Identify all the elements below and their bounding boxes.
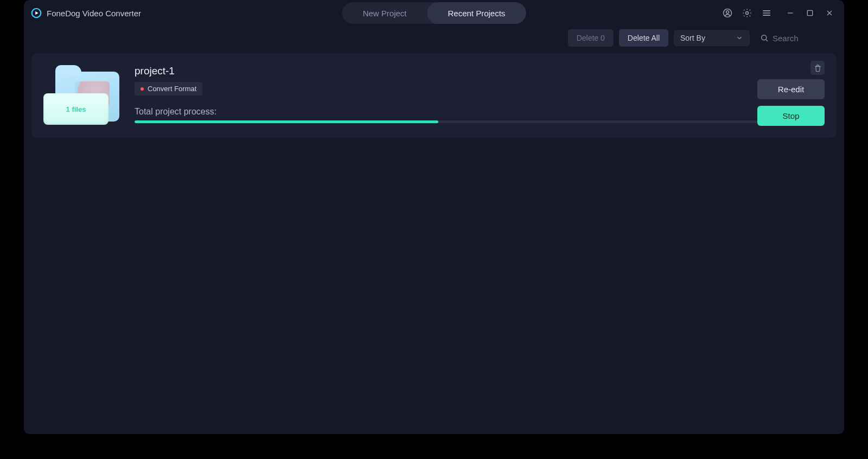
progress-fill — [135, 120, 438, 123]
stop-button[interactable]: Stop — [757, 106, 825, 126]
window-controls — [784, 7, 835, 19]
trash-icon — [814, 64, 822, 72]
svg-point-5 — [762, 35, 767, 40]
project-tabs: New Project Recent Projects — [342, 2, 526, 24]
project-delete-button[interactable] — [810, 61, 825, 75]
delete-all-button[interactable]: Delete All — [619, 29, 668, 47]
sort-by-label: Sort By — [680, 34, 705, 42]
project-body: project-1 Convert Format Total project p… — [135, 65, 825, 125]
search-input[interactable] — [773, 34, 832, 43]
projects-area: 1 files project-1 Convert Format Total p… — [24, 53, 844, 138]
svg-rect-4 — [807, 10, 812, 15]
folder-front-icon: 1 files — [43, 93, 108, 125]
projects-toolbar: Delete 0 Delete All Sort By — [24, 26, 844, 53]
chevron-down-icon — [736, 34, 743, 42]
minimize-icon[interactable] — [784, 7, 796, 19]
sort-by-dropdown[interactable]: Sort By — [674, 30, 750, 46]
search-box[interactable] — [755, 30, 837, 46]
reedit-button[interactable]: Re-edit — [757, 79, 825, 99]
search-icon — [760, 33, 769, 43]
app-logo-icon — [30, 7, 42, 19]
svg-point-3 — [746, 12, 749, 15]
title-left: FoneDog Video Converter — [29, 7, 141, 19]
project-tag: Convert Format — [135, 82, 202, 95]
settings-icon[interactable] — [741, 7, 753, 19]
project-tag-label: Convert Format — [148, 85, 196, 93]
project-thumbnail: 1 files — [43, 65, 119, 125]
titlebar: FoneDog Video Converter New Project Rece… — [24, 0, 844, 26]
project-actions: Re-edit Stop — [757, 79, 825, 126]
project-card: 1 files project-1 Convert Format Total p… — [31, 53, 837, 138]
progress-bar — [135, 120, 825, 123]
svg-point-2 — [726, 11, 729, 14]
title-right — [722, 7, 839, 19]
maximize-icon[interactable] — [804, 7, 816, 19]
hamburger-menu-icon[interactable] — [761, 7, 773, 19]
close-icon[interactable] — [824, 7, 835, 19]
project-name: project-1 — [135, 65, 825, 77]
delete-selected-button[interactable]: Delete 0 — [568, 29, 614, 47]
account-icon[interactable] — [722, 7, 733, 19]
tab-recent-projects[interactable]: Recent Projects — [427, 2, 526, 24]
app-title: FoneDog Video Converter — [47, 9, 141, 18]
process-row: Total project process: 44.00% — [135, 106, 825, 117]
app-window: FoneDog Video Converter New Project Rece… — [24, 0, 844, 434]
files-count-label: 1 files — [66, 105, 86, 113]
tab-new-project[interactable]: New Project — [342, 2, 427, 24]
status-dot-icon — [141, 87, 144, 91]
process-label: Total project process: — [135, 107, 216, 117]
